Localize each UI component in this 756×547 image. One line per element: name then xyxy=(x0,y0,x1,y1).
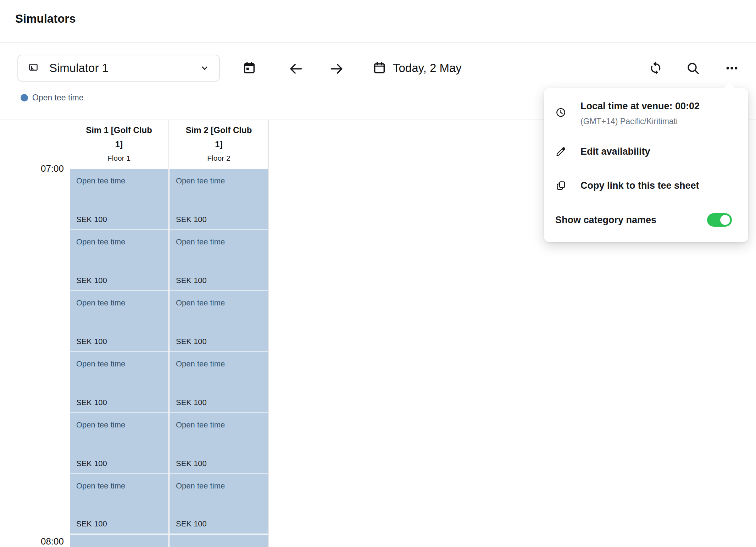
column-header-sim1: Sim 1 [Golf Club 1] Floor 1 xyxy=(70,121,168,164)
legend-label: Open tee time xyxy=(32,93,83,103)
slot-price: SEK 100 xyxy=(76,519,162,529)
tee-time-slot[interactable]: Open tee time SEK 100 xyxy=(70,413,168,474)
sim2-slot-column: Open tee time SEK 100 Open tee time SEK … xyxy=(169,169,268,547)
local-time-timezone: (GMT+14) Pacific/Kiritimati xyxy=(580,116,700,127)
tee-time-slot[interactable]: Open tee time SEK 100 xyxy=(70,291,168,352)
slot-label: Open tee time xyxy=(76,176,162,186)
slot-label: Open tee time xyxy=(76,237,162,247)
simulator-select[interactable]: Simulator 1 xyxy=(17,55,220,82)
legend: Open tee time xyxy=(21,93,83,103)
grid-right-border xyxy=(268,120,269,547)
options-menu-popover: Local time at venue: 00:02 (GMT+14) Paci… xyxy=(544,88,748,242)
menu-item-show-category-names: Show category names xyxy=(555,212,732,228)
local-time-title: Local time at venue: 00:02 xyxy=(580,100,700,112)
slot-label: Open tee time xyxy=(176,237,262,247)
show-category-names-label: Show category names xyxy=(555,214,656,226)
simulators-tee-sheet-page: Simulators Simulator 1 xyxy=(0,0,756,547)
time-label-0700: 07:00 xyxy=(18,163,64,174)
column-title: Sim 2 [Golf Club 1] xyxy=(182,123,256,151)
tee-time-slot[interactable]: Open tee time SEK 100 xyxy=(70,230,168,291)
simulator-select-value: Simulator 1 xyxy=(49,61,199,75)
tee-time-slot[interactable]: Open tee time SEK 100 xyxy=(70,352,168,413)
refresh-icon xyxy=(649,61,663,75)
slot-price: SEK 100 xyxy=(176,337,262,346)
slot-price: SEK 100 xyxy=(76,215,162,224)
open-tee-time-dot xyxy=(21,94,28,101)
menu-item-copy-link[interactable]: Copy link to this tee sheet xyxy=(555,178,740,193)
current-date-label[interactable]: Today, 2 May xyxy=(393,61,462,76)
chevron-down-icon xyxy=(199,63,210,73)
copy-link-label: Copy link to this tee sheet xyxy=(580,178,699,193)
popover-notch xyxy=(723,83,735,95)
slot-label: Open tee time xyxy=(176,359,262,369)
page-title: Simulators xyxy=(15,12,76,26)
calendar-date-icon xyxy=(242,61,256,75)
copy-icon xyxy=(555,178,566,193)
slot-price: SEK 100 xyxy=(176,519,262,529)
date-picker-button[interactable] xyxy=(372,61,387,75)
slot-price: SEK 100 xyxy=(176,459,262,468)
tee-time-slot[interactable]: Open tee time SEK 100 xyxy=(169,352,268,413)
clock-icon xyxy=(555,100,566,127)
slot-price: SEK 100 xyxy=(76,276,162,285)
show-category-names-toggle[interactable] xyxy=(707,213,732,227)
column-title: Sim 1 [Golf Club 1] xyxy=(82,123,156,151)
slot-label: Open tee time xyxy=(176,481,262,491)
next-day-button[interactable] xyxy=(329,61,345,77)
column-divider xyxy=(168,120,169,547)
search-button[interactable] xyxy=(686,61,700,75)
tee-time-slot[interactable]: Open tee time SEK 100 xyxy=(169,413,268,474)
tee-time-slot[interactable]: Open tee time SEK 100 xyxy=(70,169,168,230)
tee-time-slot[interactable]: Open tee time SEK 100 xyxy=(169,291,268,352)
column-subtitle: Floor 1 xyxy=(70,152,168,164)
slot-price: SEK 100 xyxy=(76,398,162,407)
sim1-slot-column: Open tee time SEK 100 Open tee time SEK … xyxy=(70,169,168,547)
slot-price: SEK 100 xyxy=(176,398,262,407)
slot-price: SEK 100 xyxy=(176,215,262,224)
slot-label: Open tee time xyxy=(76,481,162,491)
menu-item-local-time: Local time at venue: 00:02 (GMT+14) Paci… xyxy=(555,100,740,127)
refresh-button[interactable] xyxy=(649,61,663,75)
more-horizontal-icon xyxy=(725,61,739,75)
column-header-sim2: Sim 2 [Golf Club 1] Floor 2 xyxy=(169,121,268,164)
tee-time-slot[interactable]: Open tee time SEK 100 xyxy=(70,474,168,535)
time-label-0800: 08:00 xyxy=(18,536,64,547)
tee-time-slot[interactable]: Open tee time SEK 100 xyxy=(169,230,268,291)
tee-time-slot[interactable]: Open tee time SEK 100 xyxy=(169,474,268,535)
previous-day-button[interactable] xyxy=(288,61,304,77)
column-subtitle: Floor 2 xyxy=(169,152,268,164)
arrow-right-icon xyxy=(329,61,345,77)
calendar-icon xyxy=(372,61,387,75)
menu-item-edit-availability[interactable]: Edit availability xyxy=(555,144,740,159)
tee-time-slot[interactable] xyxy=(70,535,168,547)
slot-label: Open tee time xyxy=(76,420,162,430)
slot-price: SEK 100 xyxy=(176,276,262,285)
tee-time-slot[interactable]: Open tee time SEK 100 xyxy=(169,169,268,230)
toggle-knob xyxy=(720,215,730,225)
search-icon xyxy=(686,61,700,75)
tee-time-slot[interactable] xyxy=(169,535,268,547)
slot-label: Open tee time xyxy=(176,420,262,430)
jump-to-date-button[interactable] xyxy=(242,61,256,75)
more-options-button[interactable] xyxy=(725,61,739,75)
slot-price: SEK 100 xyxy=(76,459,162,468)
arrow-left-icon xyxy=(288,61,304,77)
pencil-icon xyxy=(555,144,566,159)
simulator-icon xyxy=(27,62,39,74)
slot-label: Open tee time xyxy=(76,359,162,369)
slot-price: SEK 100 xyxy=(76,337,162,346)
slot-label: Open tee time xyxy=(176,176,262,186)
slot-label: Open tee time xyxy=(76,298,162,308)
header-divider xyxy=(0,42,756,43)
edit-availability-label: Edit availability xyxy=(580,144,650,159)
slot-label: Open tee time xyxy=(176,298,262,308)
